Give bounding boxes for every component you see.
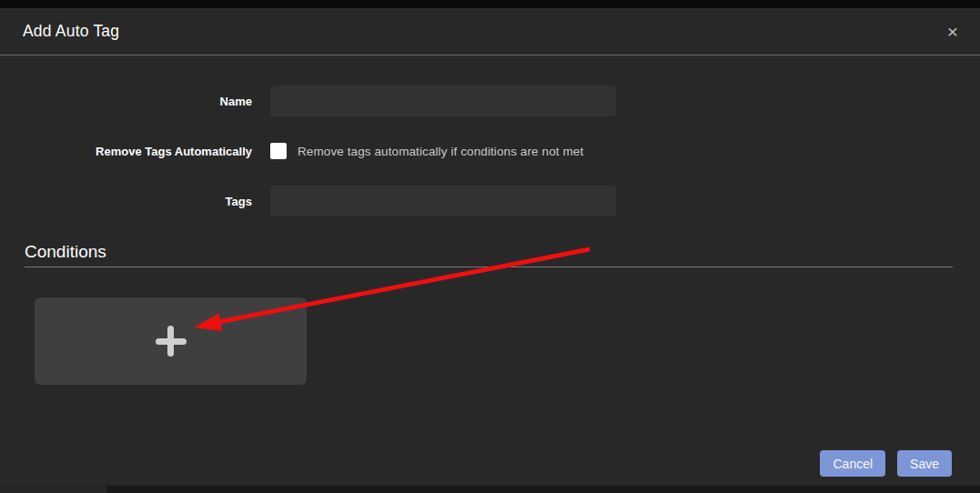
remove-tags-row: Remove Tags Automatically Remove tags au… <box>25 142 953 160</box>
name-field-row: Name <box>25 86 953 116</box>
name-label: Name <box>25 95 252 108</box>
page-bottom-strip-left <box>0 486 106 493</box>
tags-input[interactable] <box>270 186 616 216</box>
close-icon[interactable]: × <box>945 22 960 41</box>
page-top-strip <box>0 0 980 8</box>
dialog-footer: Cancel Save <box>820 450 952 477</box>
plus-icon <box>156 326 187 357</box>
dialog-body: Name Remove Tags Automatically Remove ta… <box>0 56 980 385</box>
tags-label: Tags <box>25 195 252 208</box>
conditions-heading: Conditions <box>25 242 953 267</box>
dialog-header: Add Auto Tag × <box>0 8 980 55</box>
dialog-title: Add Auto Tag <box>23 22 119 41</box>
remove-tags-checkbox[interactable] <box>270 143 287 159</box>
page-bottom-strip <box>0 486 980 493</box>
add-condition-button[interactable] <box>35 297 307 385</box>
tags-field-cell <box>270 186 953 216</box>
remove-tags-help-text: Remove tags automatically if conditions … <box>298 145 583 158</box>
remove-tags-label: Remove Tags Automatically <box>25 145 252 158</box>
name-input[interactable] <box>270 86 616 116</box>
add-auto-tag-dialog: { "dialog": { "title": "Add Auto Tag", "… <box>0 0 980 493</box>
save-button[interactable]: Save <box>897 450 952 477</box>
cancel-button[interactable]: Cancel <box>820 450 885 477</box>
remove-tags-cell: Remove tags automatically if conditions … <box>270 143 953 159</box>
tags-field-row: Tags <box>25 186 953 216</box>
name-field-cell <box>270 86 953 116</box>
